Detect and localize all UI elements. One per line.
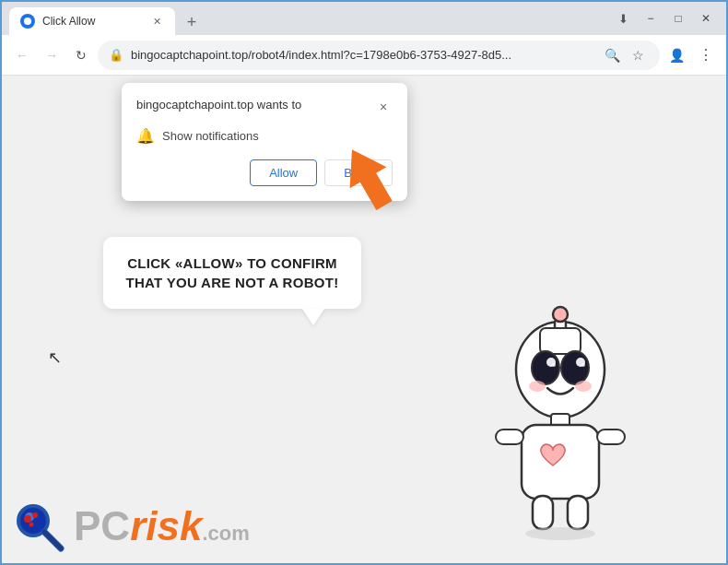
- svg-point-4: [553, 307, 568, 322]
- address-bar[interactable]: 🔒 bingocaptchapoint.top/robot4/index.htm…: [98, 41, 660, 70]
- lock-icon: 🔒: [109, 48, 123, 62]
- tab-bar: Click Allow ✕ +: [9, 2, 205, 35]
- svg-point-24: [24, 515, 31, 523]
- svg-point-25: [32, 512, 38, 518]
- browser-window: Click Allow ✕ + ⬇ − □ ✕ ← → ↻ 🔒 bingocap…: [0, 0, 728, 565]
- download-icon[interactable]: ⬇: [610, 6, 636, 31]
- pcrisk-text: PC risk .com: [74, 503, 250, 549]
- popup-notification-label: Show notifications: [162, 129, 259, 143]
- orange-arrow: [329, 140, 412, 227]
- svg-rect-15: [522, 425, 599, 499]
- profile-button[interactable]: 👤: [663, 42, 689, 68]
- svg-rect-17: [597, 430, 625, 444]
- pcrisk-risk: risk: [130, 503, 202, 549]
- svg-marker-1: [334, 140, 403, 216]
- pcrisk-logo: PC risk .com: [11, 499, 250, 554]
- tab-title: Click Allow: [42, 15, 142, 28]
- active-tab[interactable]: Click Allow ✕: [9, 7, 175, 35]
- window-controls: ⬇ − □ ✕: [610, 6, 719, 31]
- popup-header: bingocaptchapoint.top wants to ×: [136, 98, 393, 116]
- search-icon[interactable]: 🔍: [601, 44, 623, 66]
- svg-rect-16: [496, 430, 523, 444]
- page-content: bingocaptchapoint.top wants to × 🔔 Show …: [2, 76, 726, 563]
- svg-point-26: [29, 523, 34, 527]
- svg-point-7: [561, 351, 589, 384]
- svg-point-20: [525, 527, 595, 540]
- svg-point-6: [532, 351, 559, 384]
- robot-image: [468, 305, 652, 545]
- minimize-button[interactable]: −: [638, 6, 663, 31]
- title-bar: Click Allow ✕ + ⬇ − □ ✕: [2, 2, 726, 35]
- url-text: bingocaptchapoint.top/robot4/index.html?…: [131, 48, 590, 62]
- speech-bubble: CLICK «ALLOW» TO CONFIRM THAT YOU ARE NO…: [103, 237, 361, 309]
- refresh-button[interactable]: ↻: [68, 42, 94, 68]
- new-tab-button[interactable]: +: [179, 9, 205, 35]
- bell-icon: 🔔: [136, 127, 155, 145]
- close-button[interactable]: ✕: [693, 6, 719, 31]
- cursor: ↖: [48, 347, 62, 368]
- maximize-button[interactable]: □: [665, 6, 691, 31]
- popup-site-text: bingocaptchapoint.top wants to: [136, 98, 374, 112]
- svg-point-11: [581, 363, 585, 367]
- tab-close-button[interactable]: ✕: [149, 14, 164, 29]
- allow-button[interactable]: Allow: [250, 159, 317, 186]
- address-bar-actions: 🔍 ☆: [601, 44, 649, 66]
- tab-favicon: [20, 14, 35, 29]
- svg-point-13: [575, 381, 592, 392]
- back-button[interactable]: ←: [9, 42, 35, 68]
- forward-button[interactable]: →: [39, 42, 65, 68]
- pcrisk-icon: [11, 499, 66, 554]
- menu-button[interactable]: ⋮: [693, 42, 719, 68]
- pcrisk-domain: .com: [202, 522, 249, 546]
- svg-line-28: [44, 532, 61, 548]
- svg-rect-19: [568, 496, 588, 529]
- captcha-message: CLICK «ALLOW» TO CONFIRM THAT YOU ARE NO…: [123, 253, 341, 292]
- pcrisk-pc: PC: [74, 503, 130, 549]
- svg-point-10: [552, 363, 556, 367]
- svg-point-12: [529, 381, 546, 392]
- svg-rect-5: [540, 328, 581, 354]
- svg-rect-18: [533, 496, 553, 529]
- bookmark-icon[interactable]: ☆: [627, 44, 649, 66]
- nav-bar: ← → ↻ 🔒 bingocaptchapoint.top/robot4/ind…: [2, 35, 726, 76]
- popup-close-button[interactable]: ×: [374, 98, 393, 116]
